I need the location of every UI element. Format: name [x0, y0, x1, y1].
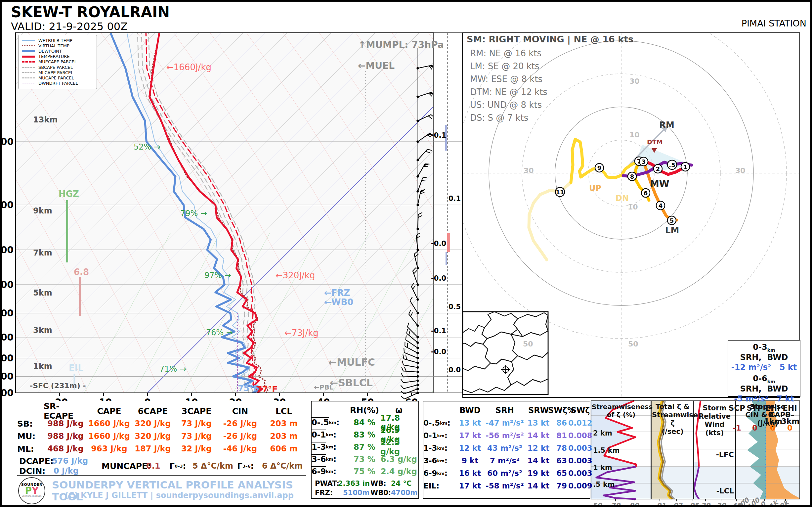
svg-text:800: 800: [2, 353, 13, 364]
svg-text:30: 30: [523, 166, 534, 175]
legend-line-sample: [22, 67, 35, 68]
valid-time: VALID: 21-9-2025 00Z: [11, 20, 128, 33]
svg-text:-LCL: -LCL: [716, 487, 734, 495]
svg-text:-SFC (231m) -: -SFC (231m) -: [30, 382, 86, 390]
table-cell: 12 kt: [524, 442, 552, 454]
table-cell: 2.4 g/kg: [380, 465, 418, 477]
table-cell: CAPE: [87, 405, 131, 417]
svg-text:52% →: 52% →: [134, 142, 161, 152]
svg-text:90: 90: [629, 501, 639, 507]
table-cell: 0-.5km:: [312, 416, 349, 429]
table-cell: RH(%): [349, 404, 380, 416]
omega-strip: -0.10.1-0.0-0.00.5-0.1-0.00.0: [431, 33, 462, 393]
svg-text:76% →: 76% →: [206, 328, 233, 337]
stat-field: 6 Δ°C/km: [262, 461, 303, 470]
ehi2-value: 0: [781, 425, 799, 431]
footer-credit: (C) KYLE J GILLETT | sounderpysoundings.…: [52, 491, 307, 500]
svg-text:0.1: 0.1: [448, 194, 461, 203]
table-cell: 73 J/kg: [175, 430, 218, 443]
table-cell: 19 kt: [524, 467, 552, 480]
svg-text:.01: .01: [654, 501, 666, 507]
table-cell: SB:: [17, 417, 44, 430]
svg-text:71% →: 71% →: [160, 364, 186, 374]
srh-0-3-values: -12 m²/s² 5 kt: [728, 363, 800, 372]
table-cell: 0.003: [571, 467, 590, 480]
table-cell: 3CAPE: [175, 405, 218, 417]
table-cell: [17, 405, 44, 417]
svg-text:-0.1: -0.1: [431, 327, 446, 335]
svg-text:.05: .05: [687, 501, 699, 507]
storm-motion-row: LM: SE @ 20 kts: [467, 60, 633, 73]
table-cell: 75 %: [349, 465, 380, 477]
legend-line-sample: [22, 83, 35, 83]
table-cell: 60 m²/s²: [485, 467, 524, 480]
stp-label: STP: [746, 405, 764, 425]
table-cell: 963 J/kg: [87, 443, 131, 455]
stat-field: Γ3–6:: [237, 461, 254, 471]
storm-motion-row: US: UND @ 8 kts: [467, 99, 633, 112]
svg-text:1km: 1km: [33, 362, 52, 371]
table-cell: 0-.5km:: [423, 417, 455, 429]
legend-label: SBCAPE PARCEL: [38, 65, 73, 70]
legend-line-sample: [22, 61, 35, 63]
svg-text:900: 900: [2, 371, 13, 382]
stat-field: 0 J/kg: [54, 466, 79, 475]
table-cell: 6.3 g/kg: [380, 453, 418, 465]
svg-text:LM: LM: [665, 225, 679, 235]
table-cell: [423, 404, 455, 417]
table-cell: 203 m: [262, 417, 306, 430]
svg-text:1000: 1000: [2, 388, 13, 398]
svg-text:←SBLCL: ←SBLCL: [330, 377, 373, 389]
table-cell: 0-1km:: [423, 429, 455, 442]
table-cell: 468 J/kg: [44, 443, 87, 455]
table-cell: 13 kt: [455, 417, 485, 429]
svg-text:300: 300: [2, 200, 13, 211]
table-cell: 988 J/kg: [44, 430, 87, 443]
moisture-field: FRZ:: [315, 489, 333, 497]
moisture-field: 5100m: [343, 489, 369, 497]
svg-text:1 km: 1 km: [593, 464, 612, 471]
svg-text:UP: UP: [589, 184, 601, 193]
table-cell: 12.5 g/kg: [380, 441, 418, 453]
svg-text:5: 5: [670, 217, 674, 224]
svg-text:11: 11: [556, 189, 564, 195]
legend-item: TEMPERATURE: [22, 54, 93, 59]
moisture-field: PWAT:: [315, 480, 339, 488]
svg-text:50: 50: [628, 340, 638, 348]
table-cell: -26 J/kg: [218, 417, 262, 430]
sounderpy-app: 2003004005006007008009001000-20-10010203…: [0, 0, 812, 507]
table-cell: 3-6km:: [312, 453, 349, 465]
storm-motion-title: SM: RIGHT MOVING | NE @ 16 kts: [467, 34, 633, 44]
svg-text:←MUEL: ←MUEL: [358, 60, 394, 71]
table-cell: 73 J/kg: [175, 417, 218, 430]
svg-text:10: 10: [628, 203, 638, 211]
svg-text:79% →: 79% →: [180, 209, 207, 218]
table-cell: 7 m²/s²: [485, 454, 524, 467]
svg-text:DTM: DTM: [647, 138, 663, 146]
table-cell: SR-ECAPE: [44, 405, 87, 417]
hodograph-info: SM: RIGHT MOVING | NE @ 16 kts RM: NE @ …: [467, 34, 633, 124]
svg-text:-0.0: -0.0: [431, 348, 446, 356]
srh-0-6-values: -5 m²/s² 7 kt: [728, 394, 800, 403]
composite-indices: SCP STP EHI0–1km EHI0–3km -1 0 0 0: [728, 405, 800, 431]
svg-text:8: 8: [630, 173, 634, 180]
svg-text:EIL: EIL: [69, 363, 83, 373]
legend-item: SBCAPE PARCEL: [22, 64, 93, 70]
svg-text:←FRZ: ←FRZ: [324, 288, 350, 298]
svg-text:500: 500: [2, 279, 13, 290]
legend-item: WETBULB TEMP: [22, 38, 93, 43]
stat-field: DCIN:: [19, 466, 45, 476]
svg-text:30: 30: [735, 166, 746, 175]
svg-text:2k: 2k: [778, 498, 791, 507]
table-cell: 1660 J/kg: [87, 417, 131, 430]
stat-field: Γ0–3:: [169, 461, 186, 471]
svg-text:50: 50: [592, 501, 602, 507]
svg-text:6.8: 6.8: [74, 267, 89, 277]
legend-item: MUECAPE PARCEL: [22, 59, 93, 64]
table-cell: 14 kt: [524, 480, 552, 492]
table-cell: 43 m²/s²: [485, 442, 524, 454]
table-cell: 12 kt: [455, 442, 485, 454]
panel-title-vorticity: Total ζ &Streamwise ζ(/sec): [652, 403, 693, 436]
svg-text:50: 50: [523, 340, 533, 348]
svg-text:2 km: 2 km: [593, 429, 612, 437]
